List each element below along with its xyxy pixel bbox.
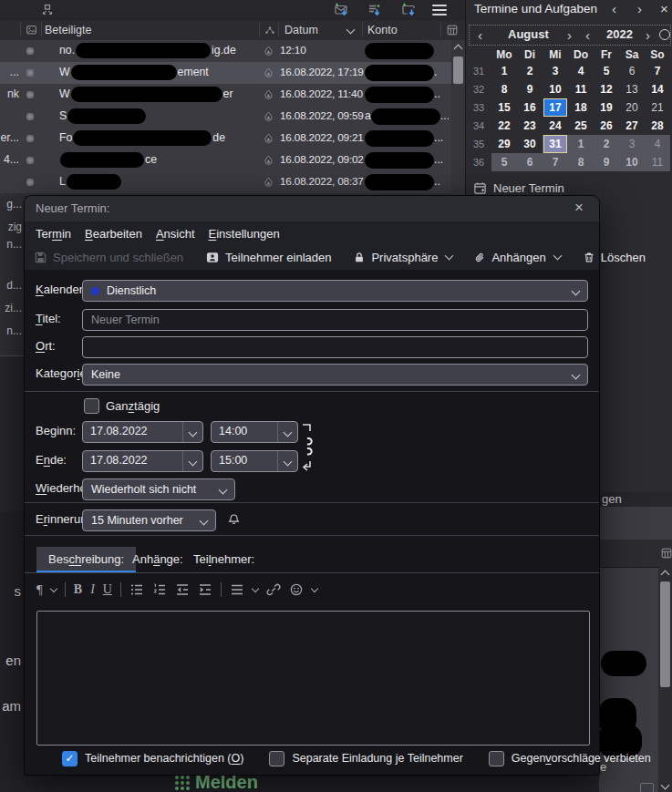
end-date-combo[interactable]: 17.08.2022 — [82, 450, 203, 472]
get-all-messages-icon[interactable] — [401, 3, 417, 17]
category-select[interactable]: Keine — [82, 364, 588, 386]
checkbox-unchecked[interactable] — [489, 751, 504, 766]
scrollbar-thumb[interactable] — [660, 581, 670, 687]
option-checkbox-item[interactable]: Gegenvorschläge verbieten — [489, 751, 651, 766]
insert-link-icon[interactable] — [266, 582, 281, 597]
scroll-down-icon[interactable] — [661, 781, 670, 790]
day-cell-24[interactable]: 24 — [543, 117, 568, 135]
indent-icon[interactable] — [198, 582, 212, 597]
day-cell-18[interactable]: 18 — [568, 98, 594, 117]
read-status-icon[interactable] — [26, 179, 34, 186]
day-cell-28[interactable]: 28 — [645, 117, 670, 135]
get-messages-icon[interactable] — [334, 3, 349, 17]
menu-item-ansicht[interactable]: Ansicht — [156, 227, 195, 241]
share-network-icon[interactable] — [40, 3, 55, 17]
day-cell-20[interactable]: 20 — [619, 98, 645, 117]
day-cell-11[interactable]: 11 — [645, 153, 670, 171]
scroll-up-icon[interactable] — [661, 571, 670, 580]
privacy-button[interactable]: Privatsphäre — [353, 251, 452, 264]
day-cell-1[interactable]: 1 — [568, 135, 594, 153]
checkbox-checked[interactable]: ✓ — [62, 751, 78, 766]
melden-link[interactable]: Melden — [175, 772, 258, 792]
column-konto[interactable]: Konto — [367, 24, 398, 36]
checkbox-unchecked[interactable] — [269, 751, 284, 766]
day-cell-21[interactable]: 21 — [645, 98, 670, 117]
column-picker-icon[interactable] — [446, 24, 459, 36]
dialog-close-icon[interactable]: × — [568, 196, 590, 221]
message-row[interactable]: no.ig.de12:10 — [0, 40, 451, 62]
message-row[interactable]: L16.08.2022, 08:37.. — [0, 171, 451, 193]
read-status-icon[interactable] — [26, 47, 34, 55]
day-cell-2[interactable]: 2 — [517, 62, 543, 80]
junk-flame-icon[interactable] — [263, 110, 274, 123]
numbered-list-icon[interactable] — [152, 582, 167, 597]
start-time-combo[interactable]: 14:00 — [211, 421, 298, 443]
start-date-combo[interactable]: 17.08.2022 — [82, 421, 203, 443]
day-cell-5[interactable]: 5 — [594, 62, 619, 80]
calendar-select[interactable]: Dienstlich — [82, 280, 588, 302]
scrollbar-thumb[interactable] — [453, 57, 463, 84]
title-input[interactable]: Neuer Termin — [82, 309, 588, 331]
day-cell-3[interactable]: 3 — [543, 62, 568, 80]
message-column-icon[interactable] — [25, 24, 38, 36]
sort-descending-icon[interactable] — [346, 26, 356, 35]
day-cell-19[interactable]: 19 — [594, 98, 619, 117]
panel-close-icon[interactable]: × — [660, 1, 668, 16]
day-cell-15[interactable]: 15 — [491, 98, 517, 117]
day-cell-7[interactable]: 7 — [645, 62, 670, 80]
menu-item-bearbeiten[interactable]: Bearbeiten — [85, 227, 142, 241]
day-cell-29[interactable]: 29 — [491, 135, 517, 153]
day-cell-16[interactable]: 16 — [517, 98, 543, 117]
read-status-icon[interactable] — [26, 69, 34, 77]
day-cell-17[interactable]: 17 — [543, 98, 567, 117]
align-icon[interactable] — [230, 582, 244, 597]
get-selected-messages-icon[interactable] — [367, 3, 382, 17]
menu-item-termin[interactable]: Termin — [36, 227, 71, 241]
read-status-icon[interactable] — [26, 113, 34, 120]
app-menu-icon[interactable] — [432, 5, 447, 15]
day-cell-4[interactable]: 4 — [568, 62, 594, 80]
day-cell-27[interactable]: 27 — [619, 117, 645, 135]
junk-flame-icon[interactable] — [263, 45, 274, 57]
column-beteiligte[interactable]: Beteiligte — [45, 24, 91, 36]
panel-prev-icon[interactable]: ‹ — [612, 1, 616, 17]
day-cell-10[interactable]: 10 — [619, 153, 645, 171]
day-cell-30[interactable]: 30 — [517, 135, 543, 153]
day-cell-10[interactable]: 10 — [543, 80, 568, 98]
day-cell-8[interactable]: 8 — [491, 80, 517, 98]
attach-button[interactable]: Anhängen — [474, 251, 560, 264]
day-cell-3[interactable]: 3 — [619, 135, 645, 153]
day-cell-5[interactable]: 5 — [491, 153, 517, 171]
junk-flame-icon[interactable] — [263, 88, 274, 101]
reminder-select[interactable]: 15 Minuten vorher — [82, 509, 216, 531]
scroll-up-icon[interactable] — [454, 45, 463, 54]
message-list-scrollbar[interactable] — [451, 40, 465, 196]
junk-flame-icon[interactable] — [263, 132, 274, 145]
menu-item-einstellungen[interactable]: Einstellungen — [209, 227, 280, 241]
day-cell-9[interactable]: 9 — [517, 80, 543, 98]
thread-column-icon[interactable] — [264, 24, 276, 36]
day-cell-14[interactable]: 14 — [645, 80, 670, 98]
option-checkbox-item[interactable]: ✓Teilnehmer benachrichtigen (O) — [62, 751, 243, 766]
today-icon[interactable] — [659, 29, 670, 40]
message-row[interactable]: S16.08.2022, 09:59a... — [0, 106, 451, 128]
underline-icon[interactable]: U — [103, 582, 112, 597]
dialog-titlebar[interactable]: Neuer Termin: × — [25, 196, 599, 221]
end-time-combo[interactable]: 15:00 — [211, 450, 298, 472]
bullet-list-icon[interactable] — [129, 582, 144, 597]
day-cell-6[interactable]: 6 — [619, 62, 645, 80]
message-row[interactable]: ...Wement16.08.2022, 17:19. — [0, 62, 451, 84]
delete-button[interactable]: Löschen — [583, 251, 646, 264]
description-textarea[interactable] — [36, 611, 590, 746]
read-status-icon[interactable] — [26, 135, 34, 142]
location-input[interactable] — [82, 336, 588, 358]
day-cell-1[interactable]: 1 — [491, 62, 517, 80]
day-cell-4[interactable]: 4 — [645, 135, 670, 153]
italic-icon[interactable]: I — [90, 582, 95, 597]
paragraph-format-icon[interactable]: ¶ — [36, 582, 43, 598]
save-close-button[interactable]: Speichern und schließen — [34, 251, 183, 264]
message-row[interactable]: 4...ce16.08.2022, 09:02... — [0, 149, 451, 171]
day-cell-31[interactable]: 31 — [543, 135, 567, 153]
month-label[interactable]: August — [508, 27, 549, 41]
day-cell-2[interactable]: 2 — [594, 135, 619, 153]
